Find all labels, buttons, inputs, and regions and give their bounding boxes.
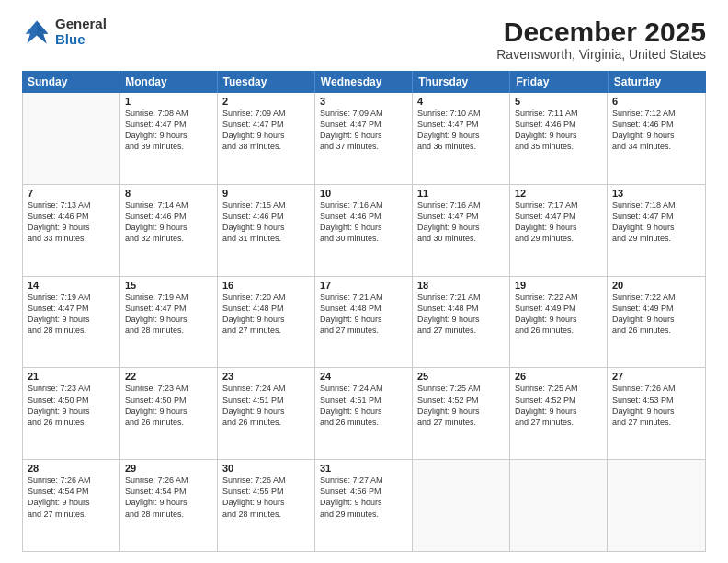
calendar-header-row: SundayMondayTuesdayWednesdayThursdayFrid…: [22, 71, 706, 93]
day-info: Sunrise: 7:22 AM Sunset: 4:49 PM Dayligh…: [515, 292, 602, 337]
cal-cell: 29Sunrise: 7:26 AM Sunset: 4:54 PM Dayli…: [120, 460, 218, 551]
day-info: Sunrise: 7:23 AM Sunset: 4:50 PM Dayligh…: [125, 383, 212, 428]
day-info: Sunrise: 7:17 AM Sunset: 4:47 PM Dayligh…: [515, 200, 602, 245]
day-info: Sunrise: 7:10 AM Sunset: 4:47 PM Dayligh…: [417, 108, 505, 153]
cal-week: 28Sunrise: 7:26 AM Sunset: 4:54 PM Dayli…: [23, 460, 705, 551]
day-number: 20: [612, 280, 700, 291]
header: General Blue December 2025 Ravensworth, …: [22, 17, 706, 62]
cal-cell: [608, 460, 705, 551]
cal-cell: 17Sunrise: 7:21 AM Sunset: 4:48 PM Dayli…: [315, 277, 413, 368]
cal-cell: 1Sunrise: 7:08 AM Sunset: 4:47 PM Daylig…: [120, 93, 218, 184]
logo: General Blue: [22, 17, 107, 47]
day-number: 29: [125, 463, 212, 474]
day-info: Sunrise: 7:24 AM Sunset: 4:51 PM Dayligh…: [222, 383, 310, 428]
day-info: Sunrise: 7:19 AM Sunset: 4:47 PM Dayligh…: [125, 292, 212, 337]
day-info: Sunrise: 7:26 AM Sunset: 4:54 PM Dayligh…: [125, 475, 212, 520]
cal-cell: [413, 460, 510, 551]
cal-cell: 19Sunrise: 7:22 AM Sunset: 4:49 PM Dayli…: [510, 277, 608, 368]
cal-cell: 30Sunrise: 7:26 AM Sunset: 4:55 PM Dayli…: [218, 460, 315, 551]
cal-week: 14Sunrise: 7:19 AM Sunset: 4:47 PM Dayli…: [23, 277, 705, 369]
day-info: Sunrise: 7:20 AM Sunset: 4:48 PM Dayligh…: [222, 292, 310, 337]
calendar-subtitle: Ravensworth, Virginia, United States: [496, 47, 706, 62]
svg-marker-1: [37, 20, 48, 43]
cal-cell: 28Sunrise: 7:26 AM Sunset: 4:54 PM Dayli…: [23, 460, 120, 551]
day-info: Sunrise: 7:21 AM Sunset: 4:48 PM Dayligh…: [320, 292, 407, 337]
day-info: Sunrise: 7:13 AM Sunset: 4:46 PM Dayligh…: [28, 200, 115, 245]
day-info: Sunrise: 7:19 AM Sunset: 4:47 PM Dayligh…: [28, 292, 115, 337]
cal-cell: 9Sunrise: 7:15 AM Sunset: 4:46 PM Daylig…: [218, 185, 315, 276]
day-number: 12: [515, 188, 602, 199]
day-info: Sunrise: 7:18 AM Sunset: 4:47 PM Dayligh…: [612, 200, 700, 245]
logo-icon: [22, 17, 51, 47]
day-info: Sunrise: 7:08 AM Sunset: 4:47 PM Dayligh…: [125, 108, 212, 153]
cal-cell: [23, 93, 120, 184]
day-info: Sunrise: 7:09 AM Sunset: 4:47 PM Dayligh…: [320, 108, 407, 153]
cal-cell: 14Sunrise: 7:19 AM Sunset: 4:47 PM Dayli…: [23, 277, 120, 368]
day-info: Sunrise: 7:24 AM Sunset: 4:51 PM Dayligh…: [320, 383, 407, 428]
cal-cell: 26Sunrise: 7:25 AM Sunset: 4:52 PM Dayli…: [510, 368, 608, 459]
day-number: 4: [417, 96, 505, 107]
cal-cell: 27Sunrise: 7:26 AM Sunset: 4:53 PM Dayli…: [608, 368, 705, 459]
day-info: Sunrise: 7:26 AM Sunset: 4:55 PM Dayligh…: [222, 475, 310, 520]
cal-header-cell: Wednesday: [315, 71, 413, 93]
cal-cell: 18Sunrise: 7:21 AM Sunset: 4:48 PM Dayli…: [413, 277, 510, 368]
day-number: 17: [320, 280, 407, 291]
calendar: SundayMondayTuesdayWednesdayThursdayFrid…: [22, 71, 706, 552]
cal-cell: 23Sunrise: 7:24 AM Sunset: 4:51 PM Dayli…: [218, 368, 315, 459]
day-info: Sunrise: 7:14 AM Sunset: 4:46 PM Dayligh…: [125, 200, 212, 245]
cal-cell: 31Sunrise: 7:27 AM Sunset: 4:56 PM Dayli…: [315, 460, 413, 551]
day-number: 13: [612, 188, 700, 199]
day-number: 1: [125, 96, 212, 107]
cal-cell: 16Sunrise: 7:20 AM Sunset: 4:48 PM Dayli…: [218, 277, 315, 368]
day-info: Sunrise: 7:26 AM Sunset: 4:54 PM Dayligh…: [28, 475, 115, 520]
day-info: Sunrise: 7:12 AM Sunset: 4:46 PM Dayligh…: [612, 108, 700, 153]
day-number: 11: [417, 188, 505, 199]
day-info: Sunrise: 7:22 AM Sunset: 4:49 PM Dayligh…: [612, 292, 700, 337]
day-number: 16: [222, 280, 310, 291]
day-number: 10: [320, 188, 407, 199]
day-number: 27: [612, 371, 700, 382]
cal-cell: 21Sunrise: 7:23 AM Sunset: 4:50 PM Dayli…: [23, 368, 120, 459]
day-number: 28: [28, 463, 115, 474]
calendar-title: December 2025: [496, 17, 706, 47]
day-number: 24: [320, 371, 407, 382]
cal-cell: 3Sunrise: 7:09 AM Sunset: 4:47 PM Daylig…: [315, 93, 413, 184]
cal-header-cell: Monday: [119, 71, 217, 93]
cal-cell: 25Sunrise: 7:25 AM Sunset: 4:52 PM Dayli…: [413, 368, 510, 459]
day-info: Sunrise: 7:16 AM Sunset: 4:47 PM Dayligh…: [417, 200, 505, 245]
day-number: 19: [515, 280, 602, 291]
day-number: 2: [222, 96, 310, 107]
day-info: Sunrise: 7:25 AM Sunset: 4:52 PM Dayligh…: [515, 383, 602, 428]
day-number: 15: [125, 280, 212, 291]
day-number: 22: [125, 371, 212, 382]
cal-cell: 6Sunrise: 7:12 AM Sunset: 4:46 PM Daylig…: [608, 93, 705, 184]
logo-text: General Blue: [55, 17, 107, 47]
day-number: 7: [28, 188, 115, 199]
day-info: Sunrise: 7:23 AM Sunset: 4:50 PM Dayligh…: [28, 383, 115, 428]
cal-cell: 10Sunrise: 7:16 AM Sunset: 4:46 PM Dayli…: [315, 185, 413, 276]
day-info: Sunrise: 7:21 AM Sunset: 4:48 PM Dayligh…: [417, 292, 505, 337]
title-block: December 2025 Ravensworth, Virginia, Uni…: [496, 17, 706, 62]
logo-blue: Blue: [55, 32, 107, 48]
cal-cell: 2Sunrise: 7:09 AM Sunset: 4:47 PM Daylig…: [218, 93, 315, 184]
day-number: 30: [222, 463, 310, 474]
cal-header-cell: Thursday: [413, 71, 510, 93]
calendar-body: 1Sunrise: 7:08 AM Sunset: 4:47 PM Daylig…: [22, 93, 706, 552]
day-number: 26: [515, 371, 602, 382]
day-number: 5: [515, 96, 602, 107]
cal-cell: 8Sunrise: 7:14 AM Sunset: 4:46 PM Daylig…: [120, 185, 218, 276]
cal-cell: [510, 460, 608, 551]
day-info: Sunrise: 7:11 AM Sunset: 4:46 PM Dayligh…: [515, 108, 602, 153]
day-info: Sunrise: 7:27 AM Sunset: 4:56 PM Dayligh…: [320, 475, 407, 520]
cal-header-cell: Saturday: [609, 71, 706, 93]
day-info: Sunrise: 7:16 AM Sunset: 4:46 PM Dayligh…: [320, 200, 407, 245]
day-number: 3: [320, 96, 407, 107]
cal-week: 1Sunrise: 7:08 AM Sunset: 4:47 PM Daylig…: [23, 93, 705, 185]
day-number: 14: [28, 280, 115, 291]
cal-cell: 12Sunrise: 7:17 AM Sunset: 4:47 PM Dayli…: [510, 185, 608, 276]
day-info: Sunrise: 7:26 AM Sunset: 4:53 PM Dayligh…: [612, 383, 700, 428]
day-number: 6: [612, 96, 700, 107]
cal-cell: 5Sunrise: 7:11 AM Sunset: 4:46 PM Daylig…: [510, 93, 608, 184]
cal-cell: 7Sunrise: 7:13 AM Sunset: 4:46 PM Daylig…: [23, 185, 120, 276]
cal-cell: 4Sunrise: 7:10 AM Sunset: 4:47 PM Daylig…: [413, 93, 510, 184]
